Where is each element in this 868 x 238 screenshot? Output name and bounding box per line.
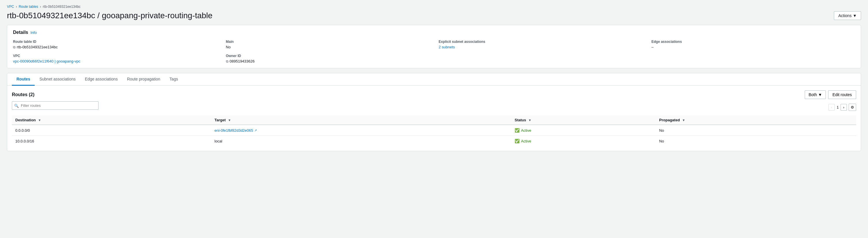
edit-routes-button[interactable]: Edit routes bbox=[828, 90, 856, 99]
pagination-controls: ‹ 1 › ⚙ bbox=[829, 104, 856, 111]
tab-tags[interactable]: Tags bbox=[165, 73, 183, 86]
route-table-id-value: rtb-0b51049321ee134bc bbox=[17, 45, 58, 49]
filter-routes-input[interactable] bbox=[12, 101, 98, 110]
cell-destination: 10.0.0.0/16 bbox=[12, 136, 211, 147]
route-table-id-value-row: ⧉ rtb-0b51049321ee134bc bbox=[13, 45, 217, 49]
sort-icon-status: ▼ bbox=[528, 118, 531, 122]
status-active: ✅Active bbox=[515, 128, 652, 133]
routes-top-row: Routes (2) Both ▼ Edit routes bbox=[12, 90, 856, 99]
cell-target: local bbox=[211, 136, 511, 147]
route-table-id-label: Route table ID bbox=[13, 40, 217, 44]
both-label: Both bbox=[808, 92, 817, 97]
pagination-next-button[interactable]: › bbox=[841, 104, 847, 111]
routes-title: Routes (2) bbox=[12, 92, 34, 97]
edge-assoc-value: – bbox=[652, 45, 855, 49]
detail-vpc: VPC vpc-00090d66f2e11f640 | gooapang-vpc bbox=[13, 54, 217, 63]
detail-main: Main No bbox=[226, 40, 430, 49]
detail-owner-id: Owner ID ⧉ 089519433626 bbox=[226, 54, 430, 63]
page-header: rtb-0b51049321ee134bc / gooapang-private… bbox=[7, 11, 861, 20]
routes-title-text: Routes bbox=[12, 92, 27, 97]
explicit-subnet-label: Explicit subnet associations bbox=[439, 40, 642, 44]
cell-destination: 0.0.0.0/0 bbox=[12, 125, 211, 136]
routes-controls: Both ▼ Edit routes bbox=[805, 90, 856, 99]
page-container: VPC › Route tables › rtb-0b51049321ee134… bbox=[0, 0, 868, 156]
tab-subnet-associations[interactable]: Subnet associations bbox=[35, 73, 80, 86]
col-header-propagated: Propagated ▼ bbox=[656, 115, 856, 125]
owner-id-value-row: ⧉ 089519433626 bbox=[226, 59, 430, 63]
breadcrumb-sep-2: › bbox=[40, 5, 41, 9]
explicit-subnet-value: 2 subnets bbox=[439, 45, 642, 49]
cell-propagated: No bbox=[656, 136, 856, 147]
both-button[interactable]: Both ▼ bbox=[805, 90, 826, 99]
pagination-prev-button[interactable]: ‹ bbox=[829, 104, 835, 111]
explicit-subnet-link[interactable]: 2 subnets bbox=[439, 45, 455, 49]
external-link-icon: ↗ bbox=[254, 129, 257, 132]
tab-edge-associations[interactable]: Edge associations bbox=[80, 73, 123, 86]
owner-id-value: 089519433626 bbox=[230, 59, 255, 63]
col-header-target: Target ▼ bbox=[211, 115, 511, 125]
vpc-label: VPC bbox=[13, 54, 217, 58]
table-header-row: Destination ▼ Target ▼ Status ▼ Propagat… bbox=[12, 115, 856, 125]
breadcrumb-current: rtb-0b51049321ee134bc bbox=[43, 5, 81, 9]
routes-table: Destination ▼ Target ▼ Status ▼ Propagat… bbox=[12, 115, 856, 146]
cell-propagated: No bbox=[656, 125, 856, 136]
tabs-container: Routes Subnet associations Edge associat… bbox=[7, 73, 861, 151]
vpc-value: vpc-00090d66f2e11f640 | gooapang-vpc bbox=[13, 59, 217, 63]
details-header: Details Info bbox=[13, 30, 855, 35]
edge-assoc-label: Edge associations bbox=[652, 40, 855, 44]
sort-icon-propagated: ▼ bbox=[682, 118, 685, 122]
breadcrumb: VPC › Route tables › rtb-0b51049321ee134… bbox=[7, 5, 861, 9]
search-pagination-row: 🔍 ‹ 1 › ⚙ bbox=[12, 101, 856, 113]
table-row: 10.0.0.0/16local✅ActiveNo bbox=[12, 136, 856, 147]
page-title: rtb-0b51049321ee134bc / gooapang-private… bbox=[7, 11, 212, 20]
target-link[interactable]: eni-0fe1fbf82d3d2e065 ↗ bbox=[214, 128, 508, 133]
routes-tbody: 0.0.0.0/0eni-0fe1fbf82d3d2e065 ↗✅ActiveN… bbox=[12, 125, 856, 146]
col-header-status: Status ▼ bbox=[511, 115, 656, 125]
main-label: Main bbox=[226, 40, 430, 44]
status-active: ✅Active bbox=[515, 139, 652, 143]
table-settings-button[interactable]: ⚙ bbox=[849, 104, 856, 111]
detail-explicit-subnet: Explicit subnet associations 2 subnets bbox=[439, 40, 642, 49]
cell-status: ✅Active bbox=[511, 125, 656, 136]
actions-label: Actions bbox=[838, 13, 851, 18]
search-icon: 🔍 bbox=[14, 103, 19, 108]
detail-edge-assoc: Edge associations – bbox=[652, 40, 855, 49]
sort-icon-target: ▼ bbox=[228, 118, 231, 122]
breadcrumb-vpc[interactable]: VPC bbox=[7, 5, 14, 9]
copy-icon-owner[interactable]: ⧉ bbox=[226, 59, 228, 63]
info-link[interactable]: Info bbox=[30, 30, 37, 35]
status-check-icon: ✅ bbox=[515, 128, 520, 133]
search-container: 🔍 bbox=[12, 101, 98, 110]
copy-icon-rtb[interactable]: ⧉ bbox=[13, 45, 16, 49]
col-header-destination: Destination ▼ bbox=[12, 115, 211, 125]
details-grid: Route table ID ⧉ rtb-0b51049321ee134bc M… bbox=[13, 40, 855, 63]
details-title: Details bbox=[13, 30, 28, 35]
actions-chevron-icon: ▼ bbox=[853, 13, 857, 18]
status-check-icon: ✅ bbox=[515, 139, 520, 143]
vpc-link[interactable]: vpc-00090d66f2e11f640 | gooapang-vpc bbox=[13, 59, 80, 63]
tab-route-propagation[interactable]: Route propagation bbox=[122, 73, 165, 86]
sort-icon-destination: ▼ bbox=[38, 118, 41, 122]
cell-status: ✅Active bbox=[511, 136, 656, 147]
breadcrumb-route-tables[interactable]: Route tables bbox=[19, 5, 38, 9]
breadcrumb-sep-1: › bbox=[16, 5, 17, 9]
tabs-nav: Routes Subnet associations Edge associat… bbox=[7, 73, 861, 86]
details-card: Details Info Route table ID ⧉ rtb-0b5104… bbox=[7, 25, 861, 68]
cell-target: eni-0fe1fbf82d3d2e065 ↗ bbox=[211, 125, 511, 136]
tab-content-routes: Routes (2) Both ▼ Edit routes 🔍 bbox=[7, 86, 861, 151]
main-value: No bbox=[226, 45, 430, 49]
routes-count: (2) bbox=[29, 92, 35, 97]
table-row: 0.0.0.0/0eni-0fe1fbf82d3d2e065 ↗✅ActiveN… bbox=[12, 125, 856, 136]
tab-routes[interactable]: Routes bbox=[12, 73, 35, 86]
pagination-page: 1 bbox=[837, 105, 839, 109]
both-chevron-icon: ▼ bbox=[818, 92, 822, 97]
actions-button[interactable]: Actions ▼ bbox=[834, 11, 861, 20]
owner-id-label: Owner ID bbox=[226, 54, 430, 58]
detail-route-table-id: Route table ID ⧉ rtb-0b51049321ee134bc bbox=[13, 40, 217, 49]
